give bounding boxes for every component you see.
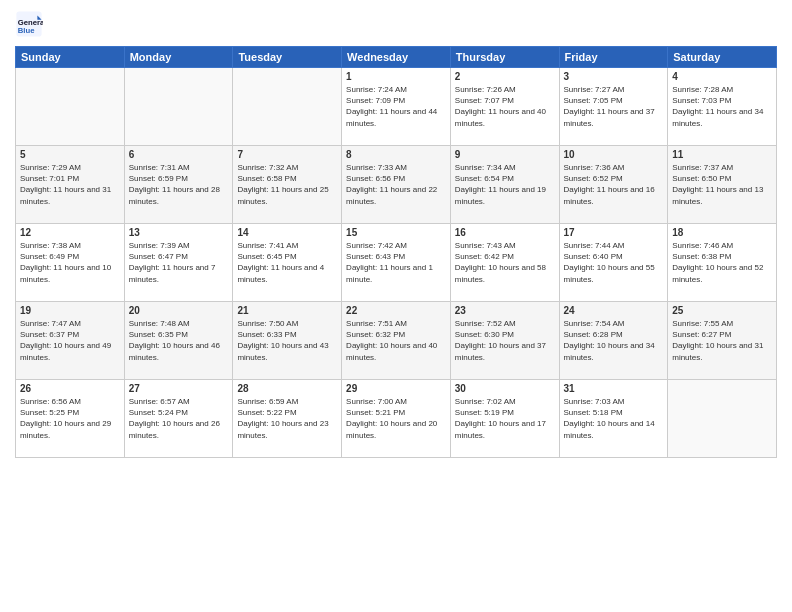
day-cell: 30Sunrise: 7:02 AM Sunset: 5:19 PM Dayli… [450, 380, 559, 458]
day-number: 23 [455, 305, 555, 316]
day-number: 2 [455, 71, 555, 82]
week-row-2: 5Sunrise: 7:29 AM Sunset: 7:01 PM Daylig… [16, 146, 777, 224]
day-cell: 16Sunrise: 7:43 AM Sunset: 6:42 PM Dayli… [450, 224, 559, 302]
logo-icon: General Blue [15, 10, 43, 38]
day-info: Sunrise: 7:38 AM Sunset: 6:49 PM Dayligh… [20, 240, 120, 285]
day-info: Sunrise: 7:55 AM Sunset: 6:27 PM Dayligh… [672, 318, 772, 363]
day-cell [124, 68, 233, 146]
day-number: 10 [564, 149, 664, 160]
day-cell: 26Sunrise: 6:56 AM Sunset: 5:25 PM Dayli… [16, 380, 125, 458]
day-cell: 3Sunrise: 7:27 AM Sunset: 7:05 PM Daylig… [559, 68, 668, 146]
day-info: Sunrise: 7:36 AM Sunset: 6:52 PM Dayligh… [564, 162, 664, 207]
day-info: Sunrise: 6:57 AM Sunset: 5:24 PM Dayligh… [129, 396, 229, 441]
day-number: 25 [672, 305, 772, 316]
day-cell: 11Sunrise: 7:37 AM Sunset: 6:50 PM Dayli… [668, 146, 777, 224]
day-number: 26 [20, 383, 120, 394]
calendar-table: SundayMondayTuesdayWednesdayThursdayFrid… [15, 46, 777, 458]
weekday-header-wednesday: Wednesday [342, 47, 451, 68]
weekday-header-sunday: Sunday [16, 47, 125, 68]
day-cell: 13Sunrise: 7:39 AM Sunset: 6:47 PM Dayli… [124, 224, 233, 302]
day-info: Sunrise: 7:32 AM Sunset: 6:58 PM Dayligh… [237, 162, 337, 207]
day-number: 9 [455, 149, 555, 160]
day-info: Sunrise: 7:02 AM Sunset: 5:19 PM Dayligh… [455, 396, 555, 441]
day-cell: 20Sunrise: 7:48 AM Sunset: 6:35 PM Dayli… [124, 302, 233, 380]
day-number: 12 [20, 227, 120, 238]
day-info: Sunrise: 7:27 AM Sunset: 7:05 PM Dayligh… [564, 84, 664, 129]
header: General Blue [15, 10, 777, 38]
day-number: 5 [20, 149, 120, 160]
day-number: 18 [672, 227, 772, 238]
day-cell: 19Sunrise: 7:47 AM Sunset: 6:37 PM Dayli… [16, 302, 125, 380]
day-number: 16 [455, 227, 555, 238]
day-cell: 2Sunrise: 7:26 AM Sunset: 7:07 PM Daylig… [450, 68, 559, 146]
day-info: Sunrise: 7:34 AM Sunset: 6:54 PM Dayligh… [455, 162, 555, 207]
logo: General Blue [15, 10, 47, 38]
week-row-5: 26Sunrise: 6:56 AM Sunset: 5:25 PM Dayli… [16, 380, 777, 458]
weekday-header-saturday: Saturday [668, 47, 777, 68]
week-row-4: 19Sunrise: 7:47 AM Sunset: 6:37 PM Dayli… [16, 302, 777, 380]
day-number: 11 [672, 149, 772, 160]
day-number: 15 [346, 227, 446, 238]
weekday-header-friday: Friday [559, 47, 668, 68]
day-number: 28 [237, 383, 337, 394]
day-cell: 9Sunrise: 7:34 AM Sunset: 6:54 PM Daylig… [450, 146, 559, 224]
day-info: Sunrise: 7:41 AM Sunset: 6:45 PM Dayligh… [237, 240, 337, 285]
day-info: Sunrise: 7:48 AM Sunset: 6:35 PM Dayligh… [129, 318, 229, 363]
day-info: Sunrise: 7:51 AM Sunset: 6:32 PM Dayligh… [346, 318, 446, 363]
header-row: SundayMondayTuesdayWednesdayThursdayFrid… [16, 47, 777, 68]
day-number: 13 [129, 227, 229, 238]
day-cell [668, 380, 777, 458]
calendar-page: General Blue SundayMondayTuesdayWednesda… [0, 0, 792, 612]
day-cell: 1Sunrise: 7:24 AM Sunset: 7:09 PM Daylig… [342, 68, 451, 146]
day-number: 7 [237, 149, 337, 160]
day-info: Sunrise: 6:56 AM Sunset: 5:25 PM Dayligh… [20, 396, 120, 441]
day-info: Sunrise: 7:29 AM Sunset: 7:01 PM Dayligh… [20, 162, 120, 207]
day-info: Sunrise: 7:28 AM Sunset: 7:03 PM Dayligh… [672, 84, 772, 129]
day-info: Sunrise: 7:24 AM Sunset: 7:09 PM Dayligh… [346, 84, 446, 129]
day-number: 24 [564, 305, 664, 316]
day-info: Sunrise: 7:00 AM Sunset: 5:21 PM Dayligh… [346, 396, 446, 441]
day-cell: 14Sunrise: 7:41 AM Sunset: 6:45 PM Dayli… [233, 224, 342, 302]
day-number: 17 [564, 227, 664, 238]
day-number: 29 [346, 383, 446, 394]
weekday-header-monday: Monday [124, 47, 233, 68]
day-info: Sunrise: 7:52 AM Sunset: 6:30 PM Dayligh… [455, 318, 555, 363]
day-cell: 7Sunrise: 7:32 AM Sunset: 6:58 PM Daylig… [233, 146, 342, 224]
day-info: Sunrise: 7:54 AM Sunset: 6:28 PM Dayligh… [564, 318, 664, 363]
day-cell: 12Sunrise: 7:38 AM Sunset: 6:49 PM Dayli… [16, 224, 125, 302]
day-number: 19 [20, 305, 120, 316]
day-info: Sunrise: 7:50 AM Sunset: 6:33 PM Dayligh… [237, 318, 337, 363]
day-cell: 27Sunrise: 6:57 AM Sunset: 5:24 PM Dayli… [124, 380, 233, 458]
day-number: 21 [237, 305, 337, 316]
day-number: 8 [346, 149, 446, 160]
week-row-1: 1Sunrise: 7:24 AM Sunset: 7:09 PM Daylig… [16, 68, 777, 146]
day-cell: 21Sunrise: 7:50 AM Sunset: 6:33 PM Dayli… [233, 302, 342, 380]
day-cell: 25Sunrise: 7:55 AM Sunset: 6:27 PM Dayli… [668, 302, 777, 380]
day-info: Sunrise: 7:44 AM Sunset: 6:40 PM Dayligh… [564, 240, 664, 285]
week-row-3: 12Sunrise: 7:38 AM Sunset: 6:49 PM Dayli… [16, 224, 777, 302]
day-number: 3 [564, 71, 664, 82]
day-number: 30 [455, 383, 555, 394]
svg-text:Blue: Blue [18, 26, 35, 35]
day-info: Sunrise: 6:59 AM Sunset: 5:22 PM Dayligh… [237, 396, 337, 441]
day-info: Sunrise: 7:47 AM Sunset: 6:37 PM Dayligh… [20, 318, 120, 363]
weekday-header-tuesday: Tuesday [233, 47, 342, 68]
day-cell: 31Sunrise: 7:03 AM Sunset: 5:18 PM Dayli… [559, 380, 668, 458]
day-cell: 15Sunrise: 7:42 AM Sunset: 6:43 PM Dayli… [342, 224, 451, 302]
day-cell: 29Sunrise: 7:00 AM Sunset: 5:21 PM Dayli… [342, 380, 451, 458]
weekday-header-thursday: Thursday [450, 47, 559, 68]
day-number: 31 [564, 383, 664, 394]
day-number: 27 [129, 383, 229, 394]
day-info: Sunrise: 7:43 AM Sunset: 6:42 PM Dayligh… [455, 240, 555, 285]
day-cell: 4Sunrise: 7:28 AM Sunset: 7:03 PM Daylig… [668, 68, 777, 146]
day-cell: 22Sunrise: 7:51 AM Sunset: 6:32 PM Dayli… [342, 302, 451, 380]
day-number: 4 [672, 71, 772, 82]
day-info: Sunrise: 7:42 AM Sunset: 6:43 PM Dayligh… [346, 240, 446, 285]
day-number: 1 [346, 71, 446, 82]
day-cell [233, 68, 342, 146]
day-cell: 28Sunrise: 6:59 AM Sunset: 5:22 PM Dayli… [233, 380, 342, 458]
day-cell: 18Sunrise: 7:46 AM Sunset: 6:38 PM Dayli… [668, 224, 777, 302]
day-number: 6 [129, 149, 229, 160]
day-info: Sunrise: 7:37 AM Sunset: 6:50 PM Dayligh… [672, 162, 772, 207]
day-cell: 10Sunrise: 7:36 AM Sunset: 6:52 PM Dayli… [559, 146, 668, 224]
